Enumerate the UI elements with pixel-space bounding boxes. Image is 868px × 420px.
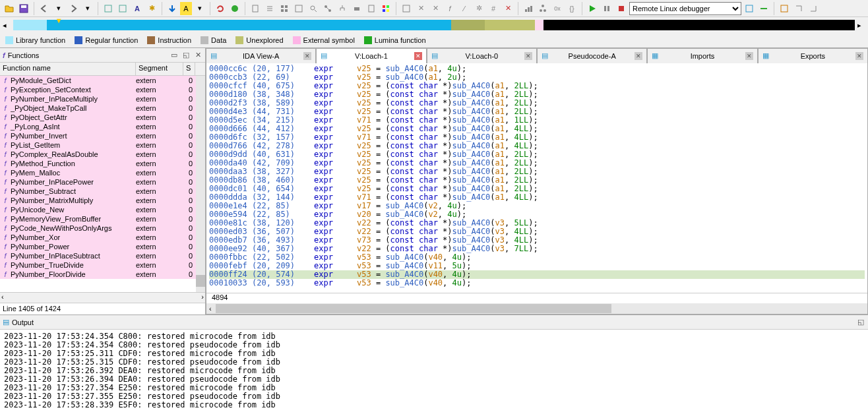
minimize-icon[interactable]: ▭ bbox=[170, 51, 179, 60]
dropdown-icon[interactable]: ▾ bbox=[193, 2, 206, 15]
hex-icon[interactable] bbox=[292, 2, 305, 15]
record-icon[interactable] bbox=[228, 2, 241, 15]
function-row[interactable]: fPyNumber_InPlaceMultiplyextern0 bbox=[0, 94, 205, 104]
tab[interactable]: ▦Imports✕ bbox=[647, 48, 757, 63]
tab[interactable]: ▦Exports✕ bbox=[758, 48, 868, 63]
col-header-name[interactable]: Function name bbox=[0, 63, 136, 75]
cancel-icon[interactable]: ✕ bbox=[501, 2, 514, 15]
function-row[interactable]: fPyNumber_MatrixMultiplyextern0 bbox=[0, 196, 205, 205]
open-icon[interactable] bbox=[3, 2, 16, 15]
doc-icon[interactable] bbox=[249, 2, 262, 15]
text-icon[interactable]: A bbox=[131, 2, 144, 15]
function-row[interactable]: fPyModule_GetDictextern0 bbox=[0, 76, 205, 85]
script-icon[interactable] bbox=[400, 2, 413, 15]
graph-icon[interactable] bbox=[321, 2, 334, 15]
highlight-icon[interactable]: A bbox=[180, 2, 192, 15]
func-icon[interactable]: f bbox=[443, 2, 456, 15]
gear-icon[interactable]: ✲ bbox=[472, 2, 485, 15]
grid-icon[interactable] bbox=[278, 2, 291, 15]
tab-close-icon[interactable]: ✕ bbox=[303, 52, 311, 60]
hash-icon[interactable]: # bbox=[487, 2, 500, 15]
function-row[interactable]: fPyNumber_Invertextern0 bbox=[0, 131, 205, 140]
tab-close-icon[interactable]: ✕ bbox=[414, 52, 422, 60]
function-row[interactable]: fPyNumber_InPlaceSubtractextern0 bbox=[0, 251, 205, 260]
function-row[interactable]: fPyNumber_InPlacePowerextern0 bbox=[0, 177, 205, 187]
col-header-s[interactable]: S bbox=[183, 63, 195, 75]
dropdown-icon[interactable]: ▾ bbox=[81, 2, 94, 15]
forward-icon[interactable] bbox=[67, 2, 80, 15]
tree2-icon[interactable] bbox=[536, 2, 549, 15]
code-line[interactable]: 00010033 (20, 593) expr v53 = sub_A4C0(v… bbox=[209, 279, 865, 287]
attach-icon[interactable] bbox=[743, 2, 756, 15]
nav-track[interactable]: ▼ bbox=[13, 20, 855, 30]
tab-close-icon[interactable]: ✕ bbox=[635, 52, 642, 60]
tab[interactable]: ▤V:Loach-0✕ bbox=[427, 48, 537, 63]
tab[interactable]: ▤IDA View-A✕ bbox=[206, 48, 316, 63]
list-icon[interactable] bbox=[263, 2, 276, 15]
debugger-select[interactable]: Remote Linux debugger bbox=[629, 2, 741, 15]
star-icon[interactable]: ✱ bbox=[145, 2, 158, 15]
tab-close-icon[interactable]: ✕ bbox=[855, 52, 863, 60]
step-over-icon[interactable] bbox=[807, 2, 820, 15]
function-segment: extern bbox=[136, 252, 183, 260]
function-row[interactable]: f_PyObject_MakeTpCallextern0 bbox=[0, 104, 205, 113]
function-row[interactable]: fPyMem_Mallocextern0 bbox=[0, 168, 205, 177]
function-segment: extern bbox=[136, 178, 183, 186]
window-icon[interactable] bbox=[778, 2, 791, 15]
down-arrow-icon[interactable] bbox=[166, 2, 179, 15]
function-row[interactable]: fPyUnicode_Newextern0 bbox=[0, 205, 205, 214]
function-row[interactable]: fPyNumber_Powerextern0 bbox=[0, 242, 205, 251]
tab-close-icon[interactable]: ✕ bbox=[524, 52, 532, 60]
scrollbar[interactable] bbox=[196, 76, 205, 292]
search-icon[interactable] bbox=[307, 2, 320, 15]
svg-point-4 bbox=[232, 5, 238, 12]
function-row[interactable]: fPyException_SetContextextern0 bbox=[0, 85, 205, 94]
svg-rect-30 bbox=[746, 5, 753, 12]
run-icon[interactable] bbox=[586, 2, 599, 15]
tool-icon[interactable] bbox=[116, 2, 129, 15]
function-row[interactable]: fPyCode_NewWithPosOnlyArgsextern0 bbox=[0, 224, 205, 233]
function-row[interactable]: fPyMethod_Functionextern0 bbox=[0, 159, 205, 168]
pause-icon[interactable] bbox=[600, 2, 613, 15]
function-row[interactable]: f_PyLong_AsIntextern0 bbox=[0, 122, 205, 131]
restore-icon[interactable]: ◱ bbox=[181, 51, 191, 60]
xref-to-icon[interactable]: ✕ bbox=[429, 2, 442, 15]
function-row[interactable]: fPyMemoryView_FromBufferextern0 bbox=[0, 214, 205, 224]
nav-right-icon[interactable]: ▸ bbox=[857, 21, 865, 29]
function-row[interactable]: fPyNumber_Xorextern0 bbox=[0, 233, 205, 242]
h-scrollbar[interactable] bbox=[0, 292, 205, 303]
calc-icon[interactable] bbox=[365, 2, 378, 15]
print-icon[interactable] bbox=[350, 2, 363, 15]
stop-icon[interactable] bbox=[615, 2, 628, 15]
function-row[interactable]: fPyNumber_FloorDivideextern0 bbox=[0, 270, 205, 279]
xref-icon[interactable]: ✕ bbox=[414, 2, 427, 15]
back-icon[interactable] bbox=[38, 2, 51, 15]
restore-icon[interactable]: ◱ bbox=[856, 318, 865, 327]
col-header-segment[interactable]: Segment bbox=[136, 63, 183, 75]
function-segment: extern bbox=[136, 86, 183, 94]
refresh-icon[interactable] bbox=[214, 2, 227, 15]
dropdown-icon[interactable]: ▾ bbox=[52, 2, 65, 15]
detach-icon[interactable] bbox=[757, 2, 770, 15]
content-h-scrollbar[interactable] bbox=[206, 303, 867, 314]
tab-close-icon[interactable]: ✕ bbox=[745, 52, 753, 60]
palette-icon[interactable] bbox=[379, 2, 392, 15]
tool-icon[interactable] bbox=[102, 2, 115, 15]
brace-icon[interactable]: {} bbox=[565, 2, 578, 15]
code-view[interactable]: 0000cc6c (20, 177) expr v25 = sub_A4C0(a… bbox=[206, 63, 868, 315]
save-icon[interactable] bbox=[17, 2, 30, 15]
tab[interactable]: ▤V:Loach-1✕ bbox=[316, 48, 426, 63]
tab[interactable]: ▤Pseudocode-A✕ bbox=[537, 48, 647, 63]
function-row[interactable]: fPyObject_GetAttrextern0 bbox=[0, 113, 205, 122]
function-row[interactable]: fPyNumber_Subtractextern0 bbox=[0, 187, 205, 196]
function-row[interactable]: fPyNumber_TrueDivideextern0 bbox=[0, 260, 205, 270]
chart-icon[interactable] bbox=[522, 2, 535, 15]
step-icon[interactable] bbox=[792, 2, 805, 15]
hex2-icon[interactable]: 0x bbox=[551, 2, 564, 15]
function-row[interactable]: fPyComplex_RealAsDoubleextern0 bbox=[0, 150, 205, 159]
close-icon[interactable]: ✕ bbox=[193, 51, 202, 60]
slash-icon[interactable]: ⁄ bbox=[458, 2, 471, 15]
nav-left-icon[interactable]: ◂ bbox=[3, 21, 11, 29]
tree-icon[interactable] bbox=[336, 2, 349, 15]
function-row[interactable]: fPyList_GetItemextern0 bbox=[0, 140, 205, 150]
